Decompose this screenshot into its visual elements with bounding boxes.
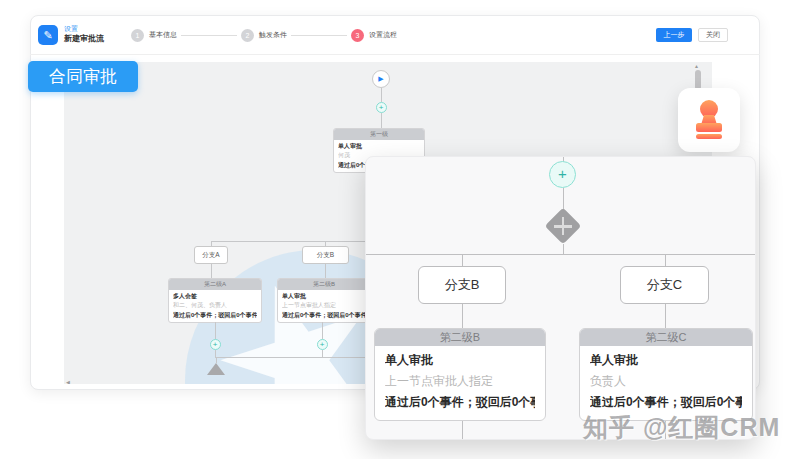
node-header: 第二级B [278, 279, 370, 290]
branch-b-node[interactable]: 分支B [418, 266, 506, 304]
level2a-node-card[interactable]: 第二级A 多人会签 和二、何茂、负责人 通过后0个事件；驳回后0个事件 [168, 278, 262, 323]
connector-line [322, 322, 323, 339]
branch-split-line [366, 254, 756, 255]
start-node-play-icon[interactable]: ▶ [372, 70, 390, 88]
stamp-icon [691, 99, 727, 141]
scroll-up-icon[interactable]: ▲ [694, 63, 699, 69]
stamp-tool-card[interactable] [678, 88, 740, 152]
node-approval-type: 单人审批 [338, 142, 420, 151]
step-connector [291, 35, 347, 36]
connector-line [381, 88, 382, 102]
node-events: 通过后0个事件；驳回后0个事件 [590, 396, 742, 410]
scroll-left-icon[interactable]: ◀ [66, 379, 70, 384]
node-approval-type: 单人审批 [590, 354, 742, 368]
node-assignee: 上一节点审批人指定 [385, 375, 535, 389]
node-approval-type: 多人会签 [173, 292, 257, 301]
node-assignee: 负责人 [590, 375, 742, 389]
connector-line [211, 264, 212, 278]
watermark-text: 知乎 @红圈CRM [583, 411, 788, 444]
connector-line [215, 350, 216, 357]
close-button[interactable]: 关闭 [698, 28, 728, 42]
node-assignee: 和二、何茂、负责人 [173, 301, 257, 310]
connector-line [325, 264, 326, 278]
connector-line [665, 304, 666, 328]
connector-line [322, 350, 323, 357]
topbar-buttons: 上一步 关闭 [656, 15, 728, 55]
page-title: 新建审批流 [64, 33, 104, 44]
app-icon: ✎ [38, 25, 58, 45]
node-events: 通过后0个事件；驳回后0个事件 [385, 396, 535, 410]
node-header: 第二级B [375, 329, 545, 346]
node-header: 第二级A [169, 279, 261, 290]
add-node-button[interactable]: + [210, 339, 221, 350]
connector-line [665, 254, 666, 266]
add-node-button[interactable]: + [549, 161, 576, 188]
branch-a-node[interactable]: 分支A [194, 246, 228, 264]
flow-zoom-overlay: + 分支B 分支C 第二级B 单人审批 上一节点审批人指定 通过后0个事件；驳回… [365, 156, 756, 440]
wizard-steps: 1 基本信息 2 触发条件 3 设置流程 [131, 15, 401, 55]
vertical-scrollbar-thumb[interactable] [695, 70, 701, 90]
connector-line [462, 254, 463, 266]
step-2-label: 触发条件 [259, 30, 287, 40]
connector-line [215, 322, 216, 339]
node-events: 通过后0个事件；驳回后0个事件 [282, 311, 366, 320]
screenshot-stage: ✎ 设置 新建审批流 1 基本信息 2 触发条件 3 设置流程 上一步 关闭 ★… [0, 0, 792, 459]
node-events: 通过后0个事件；驳回后0个事件 [173, 311, 257, 320]
connector-line [381, 113, 382, 128]
branch-a-label: 分支A [202, 251, 219, 260]
branch-b-label: 分支B [317, 251, 334, 260]
previous-step-button[interactable]: 上一步 [656, 28, 692, 42]
branch-c-node[interactable]: 分支C [620, 266, 709, 304]
node-header: 第二级C [580, 329, 752, 346]
level2c-node-card[interactable]: 第二级C 单人审批 负责人 通过后0个事件；驳回后0个事件 [579, 328, 753, 421]
level2b-node-card[interactable]: 第二级B 单人审批 上一节点审批人指定 通过后0个事件；驳回后0个事件 [374, 328, 546, 421]
branch-b-node-bg[interactable]: 分支B [302, 246, 349, 264]
connector-line [462, 421, 463, 440]
add-node-button[interactable]: + [376, 102, 387, 113]
flow-title-tag: 合同审批 [28, 61, 138, 92]
step-1-label: 基本信息 [149, 30, 177, 40]
step-3-circle[interactable]: 3 [351, 29, 364, 42]
add-node-button[interactable]: + [317, 339, 328, 350]
step-3-label: 设置流程 [369, 30, 397, 40]
node-approval-type: 单人审批 [385, 354, 535, 368]
branch-c-label: 分支C [647, 276, 682, 294]
gateway-plus-icon [562, 217, 565, 235]
step-1-circle[interactable]: 1 [131, 29, 144, 42]
node-header: 第一级 [334, 129, 424, 140]
connector-line [563, 244, 564, 254]
level2b-node-card-bg[interactable]: 第二级B 单人审批 上一节点审批人指定 通过后0个事件；驳回后0个事件 [277, 278, 371, 323]
step-2-circle[interactable]: 2 [241, 29, 254, 42]
connector-line [462, 304, 463, 328]
node-assignee: 上一节点审批人指定 [282, 301, 366, 310]
node-approval-type: 单人审批 [282, 292, 366, 301]
end-node-triangle [207, 363, 225, 375]
branch-b-label: 分支B [445, 276, 480, 294]
step-connector [181, 35, 237, 36]
